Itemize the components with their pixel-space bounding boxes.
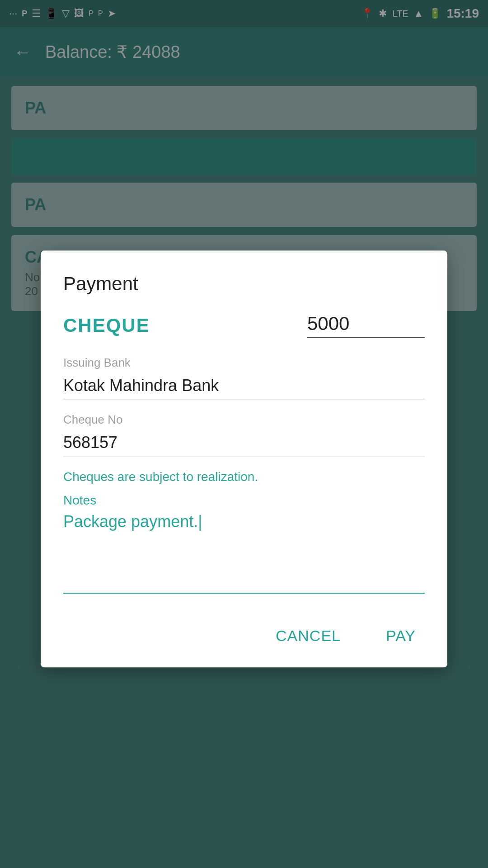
notes-label: Notes bbox=[63, 493, 425, 508]
cheque-no-group: Cheque No bbox=[63, 413, 425, 456]
dialog-actions: CANCEL PAY bbox=[63, 613, 425, 649]
payment-type-label: CHEQUE bbox=[63, 315, 150, 336]
issuing-bank-label: Issuing Bank bbox=[63, 356, 425, 370]
issuing-bank-group: Issuing Bank bbox=[63, 356, 425, 399]
notes-textarea[interactable]: Package payment.| bbox=[63, 512, 425, 594]
payment-dialog: Payment CHEQUE Issuing Bank Cheque No Ch… bbox=[41, 250, 447, 667]
realization-note: Cheques are subject to realization. bbox=[63, 470, 425, 484]
payment-type-row: CHEQUE bbox=[63, 313, 425, 338]
pay-button[interactable]: PAY bbox=[377, 623, 425, 649]
cancel-button[interactable]: CANCEL bbox=[267, 623, 350, 649]
amount-input[interactable] bbox=[307, 313, 425, 338]
issuing-bank-input[interactable] bbox=[63, 374, 425, 399]
dialog-title: Payment bbox=[63, 273, 425, 295]
cheque-no-input[interactable] bbox=[63, 431, 425, 456]
cheque-no-label: Cheque No bbox=[63, 413, 425, 427]
